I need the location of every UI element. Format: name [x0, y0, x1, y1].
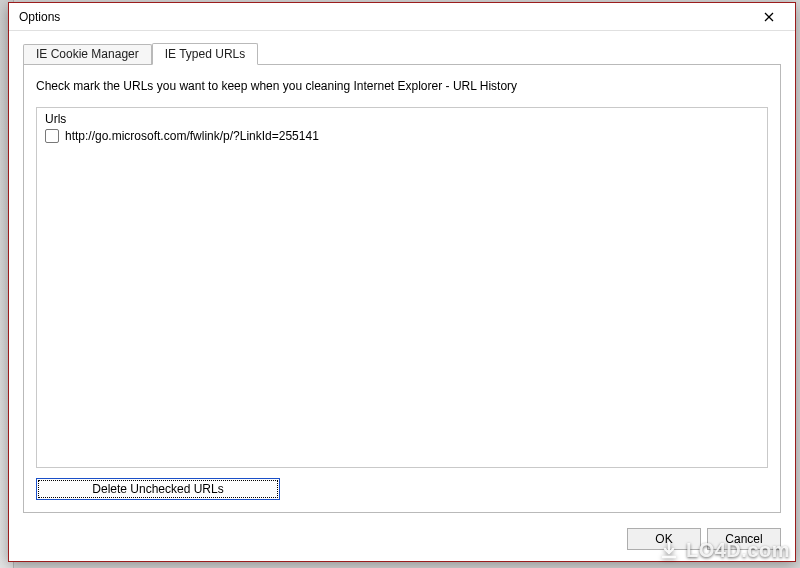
dialog-client-area: IE Cookie Manager IE Typed URLs Check ma… — [9, 31, 795, 525]
cancel-button[interactable]: Cancel — [707, 528, 781, 550]
button-label: OK — [655, 532, 672, 546]
group-title: Urls — [43, 112, 68, 126]
tab-ie-typed-urls[interactable]: IE Typed URLs — [152, 43, 258, 65]
tabs-row: IE Cookie Manager IE Typed URLs — [23, 41, 781, 64]
close-button[interactable] — [749, 6, 789, 28]
window-title: Options — [19, 10, 749, 24]
url-text: http://go.microsoft.com/fwlink/p/?LinkId… — [65, 129, 319, 143]
button-label: Delete Unchecked URLs — [92, 482, 223, 496]
options-dialog: Options IE Cookie Manager IE Typed URLs … — [8, 2, 796, 562]
tab-panel: Check mark the URLs you want to keep whe… — [23, 64, 781, 513]
tab-ie-cookie-manager[interactable]: IE Cookie Manager — [23, 44, 152, 64]
button-label: Cancel — [725, 532, 762, 546]
instruction-text: Check mark the URLs you want to keep whe… — [36, 79, 768, 93]
titlebar: Options — [9, 3, 795, 31]
url-checkbox[interactable] — [45, 129, 59, 143]
ok-button[interactable]: OK — [627, 528, 701, 550]
delete-unchecked-button[interactable]: Delete Unchecked URLs — [36, 478, 280, 500]
list-item[interactable]: http://go.microsoft.com/fwlink/p/?LinkId… — [43, 128, 761, 144]
dialog-button-row: OK Cancel — [9, 525, 795, 561]
urls-group: Urls http://go.microsoft.com/fwlink/p/?L… — [36, 107, 768, 468]
close-icon — [764, 12, 774, 22]
tab-label: IE Cookie Manager — [36, 47, 139, 61]
tab-label: IE Typed URLs — [165, 47, 245, 61]
